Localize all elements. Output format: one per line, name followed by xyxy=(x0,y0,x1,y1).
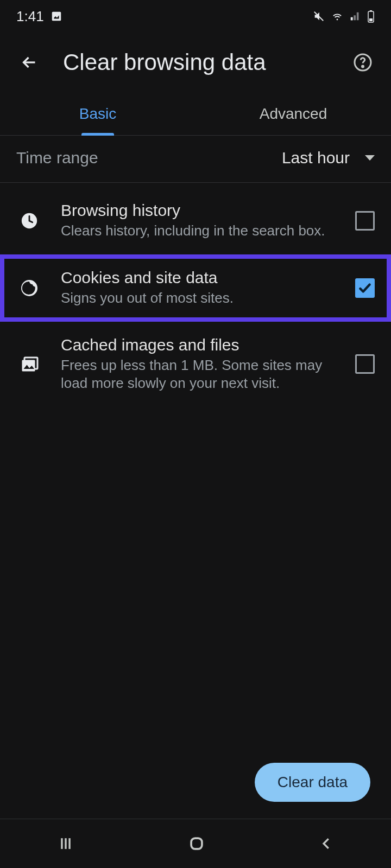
svg-point-9 xyxy=(25,289,27,291)
item-texts: Browsing history Clears history, includi… xyxy=(61,201,337,240)
svg-point-8 xyxy=(26,285,28,288)
mute-icon xyxy=(313,10,325,22)
checkbox-cookies[interactable] xyxy=(355,278,375,298)
item-title: Browsing history xyxy=(61,201,337,220)
item-subtitle: Clears history, including in the search … xyxy=(61,222,337,240)
chevron-down-icon xyxy=(365,155,375,161)
time-range-selector[interactable]: Last hour xyxy=(282,149,375,167)
time-range-label: Time range xyxy=(16,149,98,167)
svg-point-11 xyxy=(30,292,32,294)
item-title: Cached images and files xyxy=(61,336,337,354)
tab-basic-label: Basic xyxy=(79,105,116,123)
svg-point-10 xyxy=(29,288,31,290)
cookie-icon xyxy=(16,278,42,298)
data-type-list: Browsing history Clears history, includi… xyxy=(0,183,391,407)
svg-rect-17 xyxy=(191,838,202,849)
time-range-row[interactable]: Time range Last hour xyxy=(0,136,391,183)
help-button[interactable] xyxy=(351,50,375,74)
item-browsing-history[interactable]: Browsing history Clears history, includi… xyxy=(0,187,391,254)
tab-advanced[interactable]: Advanced xyxy=(195,92,391,135)
page-title: Clear browsing data xyxy=(63,49,266,75)
signal-icon xyxy=(350,10,362,22)
images-icon xyxy=(16,354,42,374)
back-nav-button[interactable] xyxy=(318,835,335,852)
svg-rect-4 xyxy=(369,18,373,21)
svg-point-6 xyxy=(362,66,364,67)
header: Clear browsing data xyxy=(0,33,391,92)
status-left: 1:41 xyxy=(16,8,62,25)
tab-basic[interactable]: Basic xyxy=(0,92,195,135)
item-texts: Cookies and site data Signs you out of m… xyxy=(61,269,337,308)
checkbox-cached[interactable] xyxy=(355,354,375,374)
battery-icon xyxy=(367,10,375,23)
recents-button[interactable] xyxy=(56,834,75,853)
clear-data-button[interactable]: Clear data xyxy=(255,763,370,802)
time-range-value: Last hour xyxy=(282,149,350,167)
item-subtitle: Signs you out of most sites. xyxy=(61,289,337,308)
wifi-icon xyxy=(330,10,344,22)
item-subtitle: Frees up less than 1 MB. Some sites may … xyxy=(61,356,337,393)
back-button[interactable] xyxy=(16,49,42,75)
clear-data-label: Clear data xyxy=(278,774,348,790)
status-right xyxy=(313,10,375,23)
tabs: Basic Advanced xyxy=(0,92,391,136)
gallery-icon xyxy=(51,10,62,22)
home-button[interactable] xyxy=(187,834,206,853)
clock-icon xyxy=(16,212,42,230)
item-title: Cookies and site data xyxy=(61,269,337,287)
svg-rect-3 xyxy=(370,10,372,11)
status-time: 1:41 xyxy=(16,8,44,25)
item-cached[interactable]: Cached images and files Frees up less th… xyxy=(0,322,391,407)
system-nav-bar xyxy=(0,819,391,868)
item-cookies[interactable]: Cookies and site data Signs you out of m… xyxy=(0,254,391,322)
tab-advanced-label: Advanced xyxy=(260,105,327,123)
svg-rect-0 xyxy=(52,12,61,21)
status-bar: 1:41 xyxy=(0,0,391,33)
item-texts: Cached images and files Frees up less th… xyxy=(61,336,337,393)
checkbox-browsing-history[interactable] xyxy=(355,211,375,231)
